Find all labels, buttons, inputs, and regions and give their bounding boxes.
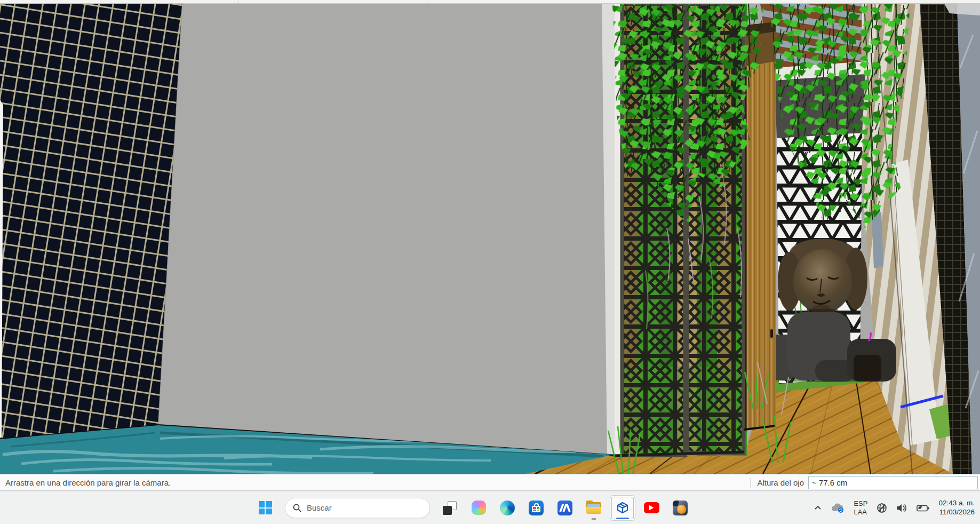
edge-icon: [500, 501, 515, 515]
statusbar-divider: [750, 478, 751, 488]
sketchup-button[interactable]: [610, 495, 635, 521]
gray-wall: [155, 4, 615, 455]
tray-chevron-button[interactable]: [812, 503, 824, 513]
tiled-wall: [0, 4, 182, 439]
tray-time: 02:43 a. m.: [938, 499, 975, 508]
copilot-button[interactable]: [466, 495, 491, 521]
search-input[interactable]: [307, 503, 422, 512]
search-icon: [293, 504, 301, 512]
archicad-icon: [557, 501, 572, 515]
volume-button[interactable]: [894, 502, 909, 514]
youtube-button[interactable]: [639, 495, 664, 521]
statusbar-hint: Arrastra en una dirección para girar la …: [0, 478, 171, 487]
language-indicator[interactable]: ESP LAA: [851, 498, 870, 517]
game-icon: [673, 501, 688, 515]
eye-height-label: Altura del ojo: [757, 478, 804, 487]
task-view-button[interactable]: [437, 495, 463, 521]
game-button[interactable]: [667, 495, 693, 521]
edge-button[interactable]: [495, 495, 520, 521]
system-tray: ESP LAA: [812, 491, 977, 524]
store-icon: [529, 501, 544, 515]
globe-offline-icon: [876, 502, 888, 514]
start-button[interactable]: [252, 495, 278, 521]
speaker-icon: [896, 503, 907, 513]
task-view-icon: [443, 501, 457, 515]
battery-saver-icon: [915, 503, 930, 513]
desktop: Arrastra en una dirección para girar la …: [0, 0, 980, 524]
sketchup-icon: [615, 500, 631, 516]
taskbar-search[interactable]: [285, 498, 430, 518]
onedrive-cloud-icon: [830, 503, 845, 513]
taskbar: ESP LAA: [0, 491, 980, 524]
chevron-up-icon: [814, 504, 822, 512]
copilot-icon: [472, 501, 486, 515]
eye-height-input[interactable]: [808, 476, 978, 489]
file-explorer-icon: [586, 502, 601, 514]
onedrive-button[interactable]: [828, 501, 847, 515]
language-line1: ESP: [854, 499, 867, 508]
network-button[interactable]: [874, 501, 889, 515]
battery-button[interactable]: [914, 502, 931, 514]
youtube-icon: [644, 502, 659, 513]
language-line2: LAA: [854, 508, 867, 517]
toolbar-divider: [238, 1, 239, 3]
microsoft-store-button[interactable]: [523, 495, 549, 521]
file-explorer-button[interactable]: [581, 495, 607, 521]
clock[interactable]: 02:43 a. m. 11/03/2026: [936, 498, 977, 518]
tray-date: 11/03/2026: [938, 508, 975, 517]
running-indicator: [592, 518, 596, 520]
active-indicator: [616, 518, 629, 519]
archicad-button[interactable]: [552, 495, 578, 521]
sketchup-viewport[interactable]: [0, 4, 980, 474]
buddha-statue: [778, 239, 867, 321]
toolbar-divider: [428, 1, 428, 3]
statusbar: Arrastra en una dirección para girar la …: [0, 474, 980, 491]
windows-logo-icon: [259, 501, 272, 514]
toolbar-strip: [0, 0, 980, 4]
